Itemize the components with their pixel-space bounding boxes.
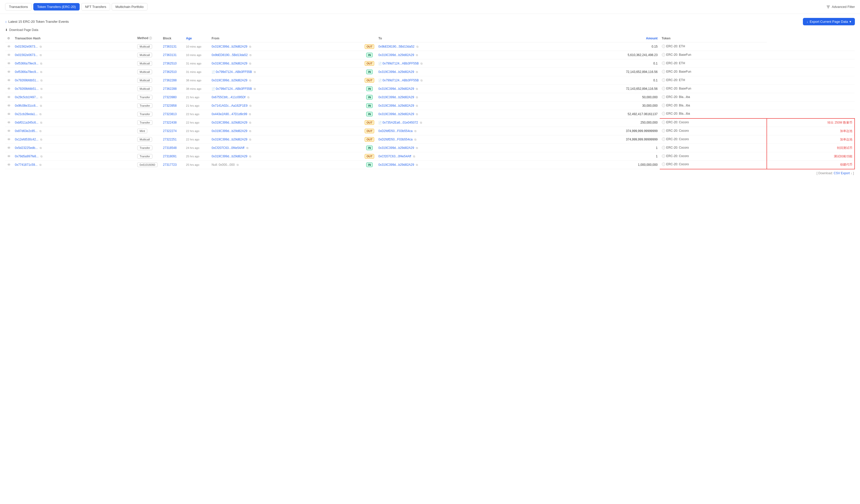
eye-icon[interactable]: 👁: [7, 104, 11, 108]
block-link[interactable]: 27363131: [163, 45, 176, 48]
copy-from-icon[interactable]: ⧉: [249, 62, 251, 65]
copy-from-icon[interactable]: ⧉: [249, 54, 252, 57]
copy-to-icon[interactable]: ⧉: [416, 104, 418, 107]
to-address-link[interactable]: 0x735A2Ea6...01e045072: [382, 121, 418, 124]
tx-hash-link[interactable]: 0xf5366a79ec9...: [15, 70, 39, 74]
from-address-link[interactable]: 0x799d7124...ABb3FF55B: [216, 70, 252, 74]
tab-token-transfers[interactable]: Token Transfers (ERC-20): [33, 3, 80, 11]
from-address-link[interactable]: 0x319C399d...b29d82A29: [212, 62, 247, 65]
copy-from-icon[interactable]: ⧉: [249, 45, 251, 48]
advanced-filter-button[interactable]: Advanced Filter: [826, 5, 855, 9]
to-address-link[interactable]: 0x319C399d...b29d82A29: [378, 95, 414, 99]
tx-hash-link[interactable]: 0x7741871c59...: [15, 163, 38, 166]
from-address-link[interactable]: 0x443e2A90...47D1d9c99: [212, 112, 247, 116]
tx-hash-link[interactable]: 0x79269bfdb51...: [15, 78, 39, 82]
block-link[interactable]: 27362288: [163, 78, 176, 82]
copy-to-icon[interactable]: ⧉: [416, 163, 418, 166]
block-link[interactable]: 27318091: [163, 154, 176, 158]
block-link[interactable]: 27323813: [163, 112, 176, 116]
from-address-link[interactable]: 0x319C399d...b29d82A29: [212, 154, 247, 158]
copy-from-icon[interactable]: ⧉: [249, 121, 251, 124]
to-address-link[interactable]: 0x319C399d...b29d82A29: [378, 163, 414, 166]
tx-hash-link[interactable]: 0x9fc08e31cc6...: [15, 104, 38, 107]
copy-from-icon[interactable]: ⧉: [246, 146, 248, 149]
eye-icon[interactable]: 👁: [7, 45, 11, 49]
copy-from-icon[interactable]: ⧉: [249, 138, 251, 141]
from-address-link[interactable]: 0x799d7124...ABb3FF55B: [216, 87, 252, 91]
eye-icon[interactable]: 👁: [7, 87, 11, 91]
from-address-link[interactable]: 0x319C399d...b29d82A29: [212, 129, 247, 133]
eye-icon[interactable]: 👁: [7, 154, 11, 158]
copy-to-icon[interactable]: ⧉: [416, 54, 418, 57]
from-address-link[interactable]: 0x6755Cbfc...411c095Df: [212, 95, 245, 99]
copy-icon[interactable]: ⧉: [40, 45, 42, 48]
from-address-link[interactable]: 0x9bED8190...5Bd13da52: [212, 53, 248, 57]
settings-icon[interactable]: ⚙: [7, 36, 10, 40]
block-link[interactable]: 27322251: [163, 138, 176, 141]
copy-icon[interactable]: ⧉: [40, 130, 42, 133]
copy-to-icon[interactable]: ⧉: [416, 45, 418, 48]
eye-icon[interactable]: 👁: [7, 61, 11, 65]
copy-icon[interactable]: ⧉: [40, 121, 42, 124]
tab-multichain-portfolio[interactable]: Multichain Portfolio: [112, 3, 147, 11]
copy-icon[interactable]: ⧉: [40, 96, 42, 99]
copy-to-icon[interactable]: ⧉: [416, 70, 418, 73]
eye-icon[interactable]: 👁: [7, 163, 11, 167]
block-link[interactable]: 27318548: [163, 146, 176, 150]
block-link[interactable]: 27362510: [163, 70, 176, 74]
th-amount[interactable]: Amount: [529, 34, 659, 43]
copy-from-icon[interactable]: ⧉: [254, 87, 256, 90]
copy-to-icon[interactable]: ⧉: [416, 96, 418, 99]
copy-to-icon[interactable]: ⧉: [414, 138, 416, 141]
tx-hash-link[interactable]: 0x21cb28eda1...: [15, 112, 38, 116]
tab-nft-transfers[interactable]: NFT Transfers: [81, 3, 110, 11]
copy-icon[interactable]: ⧉: [40, 54, 42, 57]
from-address-link[interactable]: 0x319C399d...b29d82A29: [212, 138, 247, 141]
tx-hash-link[interactable]: 0x79269bfdb51...: [15, 87, 39, 91]
copy-to-icon[interactable]: ⧉: [413, 155, 415, 158]
block-link[interactable]: 27362510: [163, 62, 176, 65]
copy-to-icon[interactable]: ⧉: [420, 121, 422, 124]
copy-to-icon[interactable]: ⧉: [416, 146, 418, 149]
export-button[interactable]: ↓ Export Current Page Data ▾: [803, 18, 855, 25]
copy-to-icon[interactable]: ⧉: [420, 79, 422, 82]
eye-icon[interactable]: 👁: [7, 53, 11, 57]
to-address-link[interactable]: 0x319C399d...b29d82A29: [378, 146, 414, 150]
from-address-link[interactable]: 0x319C399d...b29d82A29: [212, 78, 247, 82]
eye-icon[interactable]: 👁: [7, 120, 11, 124]
from-address-link[interactable]: 0xCf207C63...0f4e54Aff: [212, 146, 244, 150]
tab-transactions[interactable]: Transactions: [5, 3, 32, 11]
copy-icon[interactable]: ⧉: [40, 146, 42, 149]
eye-icon[interactable]: 👁: [7, 146, 11, 150]
tx-hash-link[interactable]: 0x87d63e2c85...: [15, 129, 38, 133]
to-address-link[interactable]: 0xD2fdfD50...F03b554ca: [378, 138, 412, 141]
to-address-link[interactable]: 0x9bED8190...5Bd13da52: [378, 45, 414, 48]
block-link[interactable]: 27322274: [163, 129, 176, 133]
tx-hash-link[interactable]: 0xbf011a345c6...: [15, 121, 39, 124]
to-address-link[interactable]: 0x319C399d...b29d82A29: [378, 53, 414, 57]
eye-icon[interactable]: 👁: [7, 95, 11, 99]
to-address-link[interactable]: 0x799d7124...ABb3FF55B: [382, 62, 418, 65]
copy-icon[interactable]: ⧉: [40, 163, 42, 166]
copy-icon[interactable]: ⧉: [40, 70, 42, 73]
eye-icon[interactable]: 👁: [7, 112, 11, 116]
copy-icon[interactable]: ⧉: [40, 62, 42, 65]
tx-hash-link[interactable]: 0x79d5a997fe8...: [15, 154, 39, 158]
copy-from-icon[interactable]: ⧉: [249, 79, 251, 82]
to-address-link[interactable]: 0xD2fdfD50...F03b554ca: [378, 129, 412, 133]
tx-hash-link[interactable]: 0x12efd530c42...: [15, 138, 39, 141]
eye-icon[interactable]: 👁: [7, 137, 11, 142]
block-link[interactable]: 27317723: [163, 163, 176, 166]
copy-from-icon[interactable]: ⧉: [236, 163, 239, 166]
copy-to-icon[interactable]: ⧉: [414, 130, 416, 133]
tx-hash-link[interactable]: 0x29c5cb1f497...: [15, 95, 38, 99]
th-age[interactable]: Age: [184, 34, 210, 43]
copy-from-icon[interactable]: ⧉: [249, 155, 251, 158]
block-link[interactable]: 27322438: [163, 121, 176, 124]
tx-hash-link[interactable]: 0x5d23225edb...: [15, 146, 38, 150]
to-address-link[interactable]: 0x319C399d...b29d82A29: [378, 104, 414, 107]
from-address-link[interactable]: 0x7141A02c...Aa162F1E9: [212, 104, 247, 107]
csv-export-link[interactable]: CSV Export: [834, 172, 850, 175]
block-link[interactable]: 27323980: [163, 95, 176, 99]
copy-icon[interactable]: ⧉: [40, 113, 42, 116]
